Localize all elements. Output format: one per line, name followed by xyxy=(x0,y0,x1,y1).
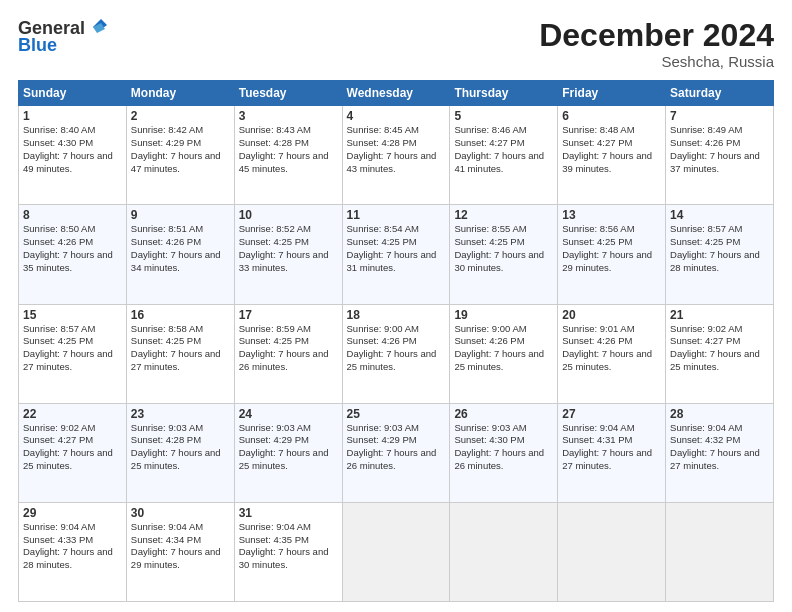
day-number: 12 xyxy=(454,208,553,222)
day-number: 26 xyxy=(454,407,553,421)
calendar-header-saturday: Saturday xyxy=(666,81,774,106)
day-number: 5 xyxy=(454,109,553,123)
day-number: 6 xyxy=(562,109,661,123)
calendar-cell: 22Sunrise: 9:02 AMSunset: 4:27 PMDayligh… xyxy=(19,403,127,502)
cell-info: Sunrise: 8:59 AMSunset: 4:25 PMDaylight:… xyxy=(239,323,338,374)
calendar-cell: 13Sunrise: 8:56 AMSunset: 4:25 PMDayligh… xyxy=(558,205,666,304)
day-number: 17 xyxy=(239,308,338,322)
day-number: 18 xyxy=(347,308,446,322)
cell-info: Sunrise: 9:03 AMSunset: 4:28 PMDaylight:… xyxy=(131,422,230,473)
calendar-cell: 10Sunrise: 8:52 AMSunset: 4:25 PMDayligh… xyxy=(234,205,342,304)
calendar-cell: 28Sunrise: 9:04 AMSunset: 4:32 PMDayligh… xyxy=(666,403,774,502)
day-number: 9 xyxy=(131,208,230,222)
day-number: 30 xyxy=(131,506,230,520)
calendar-cell: 15Sunrise: 8:57 AMSunset: 4:25 PMDayligh… xyxy=(19,304,127,403)
calendar-cell: 23Sunrise: 9:03 AMSunset: 4:28 PMDayligh… xyxy=(126,403,234,502)
cell-info: Sunrise: 8:52 AMSunset: 4:25 PMDaylight:… xyxy=(239,223,338,274)
day-number: 3 xyxy=(239,109,338,123)
day-number: 24 xyxy=(239,407,338,421)
day-number: 23 xyxy=(131,407,230,421)
logo: General Blue xyxy=(18,18,109,56)
cell-info: Sunrise: 9:04 AMSunset: 4:35 PMDaylight:… xyxy=(239,521,338,572)
calendar-cell: 12Sunrise: 8:55 AMSunset: 4:25 PMDayligh… xyxy=(450,205,558,304)
cell-info: Sunrise: 9:03 AMSunset: 4:29 PMDaylight:… xyxy=(347,422,446,473)
calendar-cell: 4Sunrise: 8:45 AMSunset: 4:28 PMDaylight… xyxy=(342,106,450,205)
day-number: 19 xyxy=(454,308,553,322)
calendar-cell xyxy=(450,502,558,601)
calendar-cell: 11Sunrise: 8:54 AMSunset: 4:25 PMDayligh… xyxy=(342,205,450,304)
day-number: 14 xyxy=(670,208,769,222)
day-number: 11 xyxy=(347,208,446,222)
cell-info: Sunrise: 8:43 AMSunset: 4:28 PMDaylight:… xyxy=(239,124,338,175)
calendar-cell: 21Sunrise: 9:02 AMSunset: 4:27 PMDayligh… xyxy=(666,304,774,403)
cell-info: Sunrise: 9:01 AMSunset: 4:26 PMDaylight:… xyxy=(562,323,661,374)
calendar-header-row: SundayMondayTuesdayWednesdayThursdayFrid… xyxy=(19,81,774,106)
cell-info: Sunrise: 8:54 AMSunset: 4:25 PMDaylight:… xyxy=(347,223,446,274)
calendar-cell: 18Sunrise: 9:00 AMSunset: 4:26 PMDayligh… xyxy=(342,304,450,403)
calendar-cell: 3Sunrise: 8:43 AMSunset: 4:28 PMDaylight… xyxy=(234,106,342,205)
calendar-cell: 6Sunrise: 8:48 AMSunset: 4:27 PMDaylight… xyxy=(558,106,666,205)
calendar-cell: 25Sunrise: 9:03 AMSunset: 4:29 PMDayligh… xyxy=(342,403,450,502)
cell-info: Sunrise: 9:03 AMSunset: 4:30 PMDaylight:… xyxy=(454,422,553,473)
page: General Blue December 2024 Seshcha, Russ… xyxy=(0,0,792,612)
cell-info: Sunrise: 9:00 AMSunset: 4:26 PMDaylight:… xyxy=(454,323,553,374)
calendar-header-friday: Friday xyxy=(558,81,666,106)
cell-info: Sunrise: 8:48 AMSunset: 4:27 PMDaylight:… xyxy=(562,124,661,175)
cell-info: Sunrise: 9:04 AMSunset: 4:31 PMDaylight:… xyxy=(562,422,661,473)
cell-info: Sunrise: 9:00 AMSunset: 4:26 PMDaylight:… xyxy=(347,323,446,374)
day-number: 10 xyxy=(239,208,338,222)
header: General Blue December 2024 Seshcha, Russ… xyxy=(18,18,774,70)
calendar-header-monday: Monday xyxy=(126,81,234,106)
calendar-table: SundayMondayTuesdayWednesdayThursdayFrid… xyxy=(18,80,774,602)
logo-bird-icon xyxy=(87,17,109,37)
calendar-cell xyxy=(558,502,666,601)
cell-info: Sunrise: 9:04 AMSunset: 4:34 PMDaylight:… xyxy=(131,521,230,572)
day-number: 28 xyxy=(670,407,769,421)
calendar-cell: 19Sunrise: 9:00 AMSunset: 4:26 PMDayligh… xyxy=(450,304,558,403)
day-number: 25 xyxy=(347,407,446,421)
cell-info: Sunrise: 8:58 AMSunset: 4:25 PMDaylight:… xyxy=(131,323,230,374)
calendar-cell: 7Sunrise: 8:49 AMSunset: 4:26 PMDaylight… xyxy=(666,106,774,205)
day-number: 29 xyxy=(23,506,122,520)
calendar-cell: 16Sunrise: 8:58 AMSunset: 4:25 PMDayligh… xyxy=(126,304,234,403)
calendar-cell: 9Sunrise: 8:51 AMSunset: 4:26 PMDaylight… xyxy=(126,205,234,304)
cell-info: Sunrise: 9:03 AMSunset: 4:29 PMDaylight:… xyxy=(239,422,338,473)
calendar-week-row: 22Sunrise: 9:02 AMSunset: 4:27 PMDayligh… xyxy=(19,403,774,502)
calendar-cell xyxy=(666,502,774,601)
calendar-cell: 29Sunrise: 9:04 AMSunset: 4:33 PMDayligh… xyxy=(19,502,127,601)
day-number: 2 xyxy=(131,109,230,123)
calendar-cell: 14Sunrise: 8:57 AMSunset: 4:25 PMDayligh… xyxy=(666,205,774,304)
day-number: 20 xyxy=(562,308,661,322)
day-number: 31 xyxy=(239,506,338,520)
calendar-cell: 24Sunrise: 9:03 AMSunset: 4:29 PMDayligh… xyxy=(234,403,342,502)
cell-info: Sunrise: 9:04 AMSunset: 4:32 PMDaylight:… xyxy=(670,422,769,473)
cell-info: Sunrise: 9:04 AMSunset: 4:33 PMDaylight:… xyxy=(23,521,122,572)
calendar-cell: 8Sunrise: 8:50 AMSunset: 4:26 PMDaylight… xyxy=(19,205,127,304)
day-number: 8 xyxy=(23,208,122,222)
cell-info: Sunrise: 8:42 AMSunset: 4:29 PMDaylight:… xyxy=(131,124,230,175)
day-number: 15 xyxy=(23,308,122,322)
cell-info: Sunrise: 8:49 AMSunset: 4:26 PMDaylight:… xyxy=(670,124,769,175)
cell-info: Sunrise: 8:51 AMSunset: 4:26 PMDaylight:… xyxy=(131,223,230,274)
calendar-header-tuesday: Tuesday xyxy=(234,81,342,106)
cell-info: Sunrise: 9:02 AMSunset: 4:27 PMDaylight:… xyxy=(670,323,769,374)
cell-info: Sunrise: 8:57 AMSunset: 4:25 PMDaylight:… xyxy=(670,223,769,274)
day-number: 22 xyxy=(23,407,122,421)
calendar-cell: 20Sunrise: 9:01 AMSunset: 4:26 PMDayligh… xyxy=(558,304,666,403)
calendar-cell: 30Sunrise: 9:04 AMSunset: 4:34 PMDayligh… xyxy=(126,502,234,601)
calendar-header-sunday: Sunday xyxy=(19,81,127,106)
day-number: 27 xyxy=(562,407,661,421)
cell-info: Sunrise: 8:55 AMSunset: 4:25 PMDaylight:… xyxy=(454,223,553,274)
month-year-title: December 2024 xyxy=(539,18,774,53)
calendar-cell: 17Sunrise: 8:59 AMSunset: 4:25 PMDayligh… xyxy=(234,304,342,403)
title-block: December 2024 Seshcha, Russia xyxy=(539,18,774,70)
calendar-cell: 5Sunrise: 8:46 AMSunset: 4:27 PMDaylight… xyxy=(450,106,558,205)
cell-info: Sunrise: 8:40 AMSunset: 4:30 PMDaylight:… xyxy=(23,124,122,175)
calendar-cell: 31Sunrise: 9:04 AMSunset: 4:35 PMDayligh… xyxy=(234,502,342,601)
calendar-cell: 2Sunrise: 8:42 AMSunset: 4:29 PMDaylight… xyxy=(126,106,234,205)
calendar-week-row: 29Sunrise: 9:04 AMSunset: 4:33 PMDayligh… xyxy=(19,502,774,601)
day-number: 4 xyxy=(347,109,446,123)
calendar-header-thursday: Thursday xyxy=(450,81,558,106)
location-subtitle: Seshcha, Russia xyxy=(539,53,774,70)
calendar-header-wednesday: Wednesday xyxy=(342,81,450,106)
